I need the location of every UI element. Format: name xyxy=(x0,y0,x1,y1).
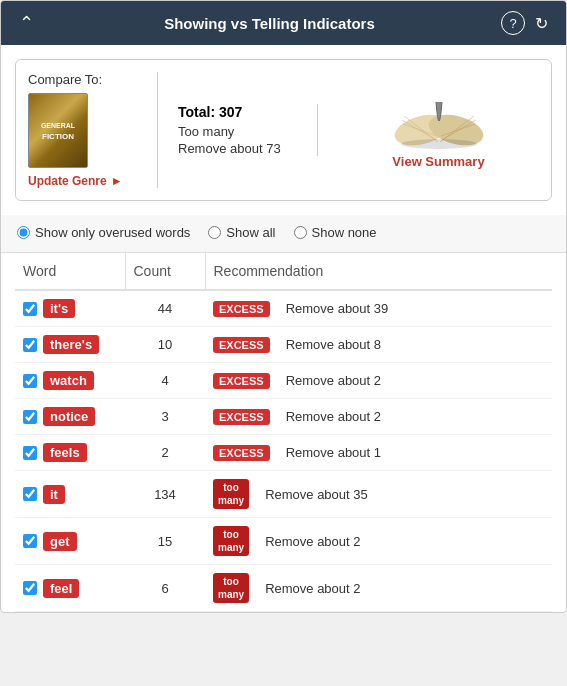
filter-row: Show only overused words Show all Show n… xyxy=(1,215,566,253)
badge-too-many-5: toomany xyxy=(213,479,249,509)
stats-panel: Total: 307 Too many Remove about 73 xyxy=(158,104,318,156)
row-checkbox-4[interactable] xyxy=(23,446,37,460)
back-button[interactable]: ⌃ xyxy=(15,12,38,34)
count-cell-2: 4 xyxy=(125,363,205,399)
recommendation-cell-2: excess Remove about 2 xyxy=(205,363,552,399)
word-badge-1: there's xyxy=(43,335,99,354)
table-row: feels 2 excess Remove about 1 xyxy=(15,435,552,471)
word-badge-0: it's xyxy=(43,299,75,318)
recommendation-cell-1: excess Remove about 8 xyxy=(205,327,552,363)
row-checkbox-5[interactable] xyxy=(23,487,37,501)
book-label-top: GENERAL xyxy=(39,120,77,132)
badge-too-many-7: toomany xyxy=(213,573,249,603)
word-badge-5: it xyxy=(43,485,65,504)
badge-excess-0: excess xyxy=(213,301,270,317)
title-bar-right: ? ↻ xyxy=(501,11,552,35)
view-summary-button[interactable]: View Summary xyxy=(392,154,484,169)
refresh-button[interactable]: ↻ xyxy=(531,14,552,33)
filter-show-none-label[interactable]: Show none xyxy=(294,225,377,240)
table-row: feel 6 toomany Remove about 2 xyxy=(15,565,552,612)
word-cell-6: get xyxy=(15,518,125,565)
word-cell-7: feel xyxy=(15,565,125,612)
word-cell-5: it xyxy=(15,471,125,518)
total-label: Total: 307 xyxy=(178,104,297,120)
filter-show-all-radio[interactable] xyxy=(208,226,221,239)
book-label-bottom: FICTION xyxy=(42,132,74,141)
title-bar: ⌃ Showing vs Telling Indicators ? ↻ xyxy=(1,1,566,45)
badge-excess-1: excess xyxy=(213,337,270,353)
word-badge-6: get xyxy=(43,532,77,551)
recommendation-text-4: Remove about 1 xyxy=(278,445,381,460)
table-row: get 15 toomany Remove about 2 xyxy=(15,518,552,565)
recommendation-text-6: Remove about 2 xyxy=(257,534,360,549)
row-checkbox-0[interactable] xyxy=(23,302,37,316)
word-cell-2: watch xyxy=(15,363,125,399)
compare-to-label: Compare To: xyxy=(28,72,102,87)
filter-show-all-label[interactable]: Show all xyxy=(208,225,275,240)
filter-overused-label[interactable]: Show only overused words xyxy=(17,225,190,240)
badge-excess-4: excess xyxy=(213,445,270,461)
play-icon: ► xyxy=(111,174,123,188)
title-bar-left: ⌃ xyxy=(15,12,38,34)
badge-excess-2: excess xyxy=(213,373,270,389)
col-header-count: Count xyxy=(125,253,205,290)
count-cell-4: 2 xyxy=(125,435,205,471)
data-table: Word Count Recommendation it's 44 excess xyxy=(15,253,552,612)
count-cell-6: 15 xyxy=(125,518,205,565)
book-cover: GENERAL FICTION xyxy=(28,93,88,168)
table-row: it's 44 excess Remove about 39 xyxy=(15,290,552,327)
filter-overused-radio[interactable] xyxy=(17,226,30,239)
main-window: ⌃ Showing vs Telling Indicators ? ↻ Comp… xyxy=(0,0,567,613)
recommendation-cell-5: toomany Remove about 35 xyxy=(205,471,552,518)
table-row: notice 3 excess Remove about 2 xyxy=(15,399,552,435)
table-row: watch 4 excess Remove about 2 xyxy=(15,363,552,399)
count-cell-0: 44 xyxy=(125,290,205,327)
word-badge-7: feel xyxy=(43,579,79,598)
badge-excess-3: excess xyxy=(213,409,270,425)
count-cell-1: 10 xyxy=(125,327,205,363)
recommendation-text-5: Remove about 35 xyxy=(257,487,368,502)
row-checkbox-1[interactable] xyxy=(23,338,37,352)
remove-label: Remove about 73 xyxy=(178,141,297,156)
row-checkbox-3[interactable] xyxy=(23,410,37,424)
recommendation-cell-0: excess Remove about 39 xyxy=(205,290,552,327)
word-cell-0: it's xyxy=(15,290,125,327)
count-cell-5: 134 xyxy=(125,471,205,518)
word-cell-3: notice xyxy=(15,399,125,435)
svg-point-8 xyxy=(401,139,477,149)
view-summary-panel: View Summary xyxy=(318,92,539,169)
recommendation-cell-4: excess Remove about 1 xyxy=(205,435,552,471)
recommendation-text-7: Remove about 2 xyxy=(257,581,360,596)
row-checkbox-6[interactable] xyxy=(23,534,37,548)
recommendation-cell-7: toomany Remove about 2 xyxy=(205,565,552,612)
badge-too-many-6: toomany xyxy=(213,526,249,556)
col-header-word: Word xyxy=(15,253,125,290)
col-header-recommendation: Recommendation xyxy=(205,253,552,290)
window-title: Showing vs Telling Indicators xyxy=(38,15,501,32)
update-genre-link[interactable]: Update Genre ► xyxy=(28,174,123,188)
summary-section: Compare To: GENERAL FICTION Update Genre… xyxy=(15,59,552,201)
help-button[interactable]: ? xyxy=(501,11,525,35)
table-container: Word Count Recommendation it's 44 excess xyxy=(1,253,566,612)
recommendation-text-2: Remove about 2 xyxy=(278,373,381,388)
compare-to-panel: Compare To: GENERAL FICTION Update Genre… xyxy=(28,72,158,188)
word-cell-4: feels xyxy=(15,435,125,471)
row-checkbox-7[interactable] xyxy=(23,581,37,595)
count-cell-3: 3 xyxy=(125,399,205,435)
table-row: it 134 toomany Remove about 35 xyxy=(15,471,552,518)
recommendation-text-3: Remove about 2 xyxy=(278,409,381,424)
word-cell-1: there's xyxy=(15,327,125,363)
recommendation-text-0: Remove about 39 xyxy=(278,301,389,316)
word-badge-4: feels xyxy=(43,443,87,462)
filter-show-none-radio[interactable] xyxy=(294,226,307,239)
word-badge-3: notice xyxy=(43,407,95,426)
count-cell-7: 6 xyxy=(125,565,205,612)
word-badge-2: watch xyxy=(43,371,94,390)
too-many-label: Too many xyxy=(178,124,297,139)
recommendation-cell-6: toomany Remove about 2 xyxy=(205,518,552,565)
recommendation-text-1: Remove about 8 xyxy=(278,337,381,352)
recommendation-cell-3: excess Remove about 2 xyxy=(205,399,552,435)
book-icon xyxy=(394,92,484,150)
table-row: there's 10 excess Remove about 8 xyxy=(15,327,552,363)
row-checkbox-2[interactable] xyxy=(23,374,37,388)
